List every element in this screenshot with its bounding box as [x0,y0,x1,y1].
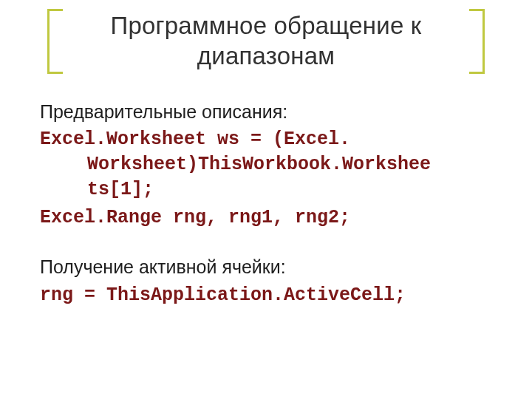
slide-body: Предварительные описания: Excel.Workshee… [0,81,532,308]
code-block-1: Excel.Worksheet ws = (Excel.Worksheet)Th… [40,127,502,202]
title-container: Программное обращение к диапазонам [0,0,532,81]
slide: Программное обращение к диапазонам Предв… [0,0,532,399]
code-block-2: Excel.Range rng, rng1, rng2; [40,205,502,231]
bracket-left-icon [47,9,65,74]
code1-line2: Worksheet)ThisWorkbook.Workshee [87,154,431,175]
code1-line3: ts[1]; [87,179,154,200]
code1-line1: Excel.Worksheet ws = (Excel. [40,129,350,150]
slide-title: Программное обращение к диапазонам [59,10,473,72]
section1-label: Предварительные описания: [40,100,502,125]
code-block-3: rng = ThisApplication.ActiveCell; [40,283,502,308]
bracket-right-icon [467,9,485,74]
section2-label: Получение активной ячейки: [40,255,502,280]
